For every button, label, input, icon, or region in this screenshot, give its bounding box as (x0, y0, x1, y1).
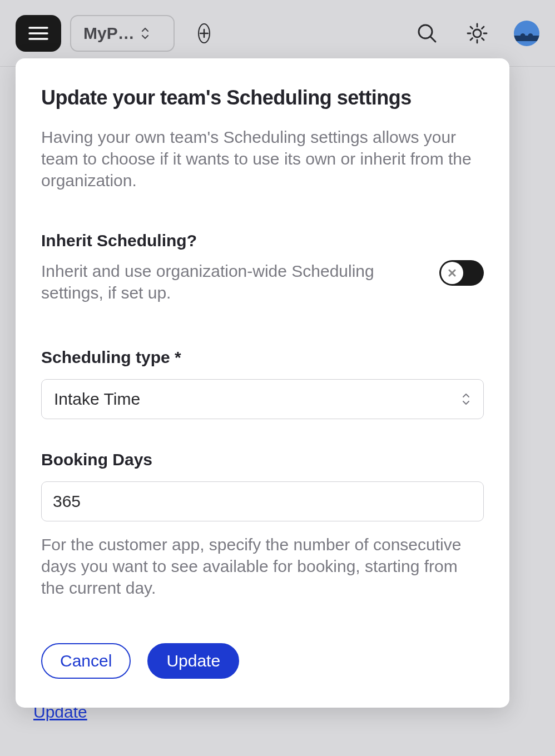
theme-toggle-button[interactable] (464, 20, 490, 47)
svg-line-12 (470, 27, 473, 29)
x-icon (441, 262, 463, 284)
svg-point-7 (473, 29, 481, 37)
hamburger-icon (28, 26, 48, 41)
sun-icon (467, 23, 488, 44)
menu-button[interactable] (16, 15, 61, 52)
modal-footer: Cancel Update (41, 643, 484, 679)
inherit-description: Inherit and use organization-wide Schedu… (41, 260, 428, 304)
booking-days-label: Booking Days (41, 450, 484, 469)
user-avatar[interactable] (514, 21, 539, 46)
scheduling-type-select[interactable]: Intake Time (41, 379, 484, 419)
scheduling-type-label: Scheduling type * (41, 348, 484, 367)
inherit-heading: Inherit Scheduling? (41, 231, 484, 250)
scheduling-type-group: Scheduling type * Intake Time (41, 348, 484, 419)
modal-description: Having your own team's Scheduling settin… (41, 126, 484, 191)
chevron-updown-icon (140, 26, 150, 41)
update-button[interactable]: Update (147, 643, 239, 679)
booking-days-help: For the customer app, specify the number… (41, 534, 484, 599)
app-header: MyP… (0, 0, 555, 67)
booking-days-input[interactable] (41, 481, 484, 521)
project-selector[interactable]: MyP… (70, 15, 175, 52)
booking-days-group: Booking Days For the customer app, speci… (41, 450, 484, 599)
inherit-toggle[interactable] (439, 260, 484, 286)
svg-line-15 (482, 27, 484, 29)
modal-title: Update your team's Scheduling settings (41, 86, 484, 110)
cancel-button[interactable]: Cancel (41, 643, 131, 679)
search-icon (417, 23, 438, 44)
plus-circle-icon (198, 23, 210, 43)
search-button[interactable] (414, 20, 440, 47)
scheduling-settings-modal: Update your team's Scheduling settings H… (16, 58, 509, 708)
add-button[interactable] (184, 20, 210, 47)
chevron-updown-icon (461, 392, 471, 406)
project-selector-label: MyP… (83, 24, 135, 43)
svg-line-6 (430, 37, 435, 42)
svg-line-13 (482, 38, 484, 40)
svg-line-14 (470, 38, 473, 40)
scheduling-type-value: Intake Time (54, 390, 140, 409)
inherit-section: Inherit Scheduling? Inherit and use orga… (41, 231, 484, 304)
